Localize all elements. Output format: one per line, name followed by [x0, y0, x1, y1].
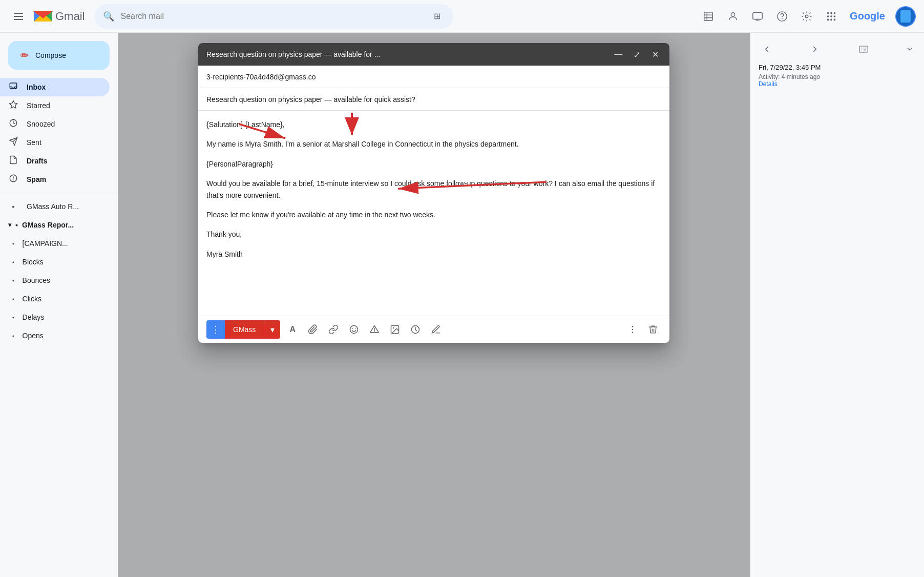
pen-icon: [431, 324, 441, 335]
help-icon[interactable]: [772, 6, 792, 27]
sidebar-item-blocks[interactable]: ▪ Blocks: [4, 253, 110, 271]
clock-icon: [8, 118, 18, 130]
draft-icon: [8, 155, 18, 167]
sidebar-item-label: Delays: [23, 313, 45, 321]
body-line3: Please let me know if you're available a…: [206, 209, 661, 220]
delete-button[interactable]: [645, 321, 661, 338]
gmass-button-group: ⋮ GMass ▾: [206, 320, 280, 339]
contacts-icon[interactable]: [723, 6, 743, 27]
image-button[interactable]: [387, 321, 403, 338]
compose-body[interactable]: {Salutation} {LastName}, My name is Myra…: [198, 111, 669, 316]
sidebar-item-drafts[interactable]: Drafts: [0, 152, 110, 170]
google-logo: Google: [850, 10, 885, 22]
svg-point-48: [374, 331, 375, 332]
svg-point-46: [355, 328, 356, 329]
sidebar-item-label: GMass Repor...: [22, 221, 74, 229]
svg-point-53: [632, 329, 634, 331]
gmass-label: GMass: [233, 325, 256, 334]
maximize-button[interactable]: ⤢: [631, 48, 643, 60]
svg-point-50: [393, 327, 394, 329]
svg-point-54: [632, 332, 634, 334]
sidebar-item-bounces[interactable]: ▪ Bounces: [4, 271, 110, 290]
clock-schedule-icon: [410, 324, 421, 335]
folder-icon: ▪: [8, 202, 18, 211]
sidebar-item-label: Sent: [27, 138, 41, 147]
compose-button[interactable]: ✏ Compose: [8, 41, 110, 70]
more-vertical-icon: [627, 324, 638, 335]
user-avatar[interactable]: [895, 6, 916, 27]
gmass-dropdown-button[interactable]: ▾: [264, 320, 280, 339]
sidebar-item-sent[interactable]: Sent: [0, 133, 110, 152]
svg-rect-55: [859, 46, 868, 52]
sidebar-item-clicks[interactable]: ▪ Clicks: [4, 290, 110, 308]
folder-icon: ▪: [12, 259, 14, 265]
sidebar-item-spam[interactable]: Spam: [0, 170, 110, 189]
compose-modal: Research question on physics paper — ava…: [198, 43, 669, 343]
sidebar-item-snoozed[interactable]: Snoozed: [0, 115, 110, 133]
closing-line: Thank you,: [206, 229, 661, 240]
nav-next-button[interactable]: [807, 41, 823, 57]
to-field[interactable]: 3-recipients-70a4d48d@gmass.co: [198, 66, 669, 88]
schedule-button[interactable]: [407, 321, 424, 338]
link-button[interactable]: [325, 321, 342, 338]
subject-field[interactable]: Research question on physics paper — ava…: [198, 88, 669, 111]
compose-header-actions: — ⤢ ✕: [612, 48, 661, 60]
sidebar-item-label: Starred: [27, 101, 50, 110]
format-text-button[interactable]: A: [284, 321, 301, 338]
sidebar-item-campaign[interactable]: ▪ [CAMPAIGN...: [4, 234, 110, 253]
settings-icon[interactable]: [796, 6, 817, 27]
sidebar-item-starred[interactable]: Starred: [0, 96, 110, 115]
right-panel: Fri, 7/29/22, 3:45 PM Activity: 4 minute…: [750, 33, 924, 577]
folder-icon: ▪: [12, 278, 14, 283]
svg-rect-0: [14, 13, 23, 14]
right-panel-date: Fri, 7/29/22, 3:45 PM: [759, 64, 916, 71]
svg-point-18: [782, 18, 783, 19]
sidebar-gmass-reports-toggle[interactable]: ▾ ▪ GMass Repor...: [0, 216, 110, 234]
apps-icon[interactable]: [821, 6, 842, 27]
svg-point-26: [827, 18, 829, 20]
drive-button[interactable]: [366, 321, 383, 338]
svg-rect-2: [14, 19, 23, 20]
topbar: Gmail 🔍 ⊞ Google: [0, 0, 924, 33]
search-input[interactable]: [120, 12, 423, 21]
dropdown-icon[interactable]: [904, 41, 916, 57]
search-options-icon[interactable]: ⊞: [429, 8, 445, 25]
svg-point-44: [350, 326, 358, 334]
keyboard-icon[interactable]: [855, 41, 872, 57]
sidebar-item-opens[interactable]: ▪ Opens: [4, 326, 110, 345]
nav-prev-button[interactable]: [759, 41, 775, 57]
gmass-send-button[interactable]: GMass: [225, 320, 264, 339]
sidebar-item-label: [CAMPAIGN...: [23, 239, 68, 248]
minimize-button[interactable]: —: [612, 48, 624, 60]
gmass-dots-button[interactable]: ⋮: [206, 320, 225, 339]
star-icon: [8, 100, 18, 112]
trash-icon: [648, 324, 658, 335]
sidebar-item-label: Drafts: [27, 157, 47, 165]
main-layout: ✏ Compose Inbox Starred Snoozed: [0, 33, 924, 577]
pen-button[interactable]: [428, 321, 444, 338]
display-icon[interactable]: [747, 6, 768, 27]
sidebar-item-label: GMass Auto R...: [27, 202, 79, 211]
svg-point-19: [805, 15, 808, 18]
search-bar[interactable]: 🔍 ⊞: [95, 4, 453, 29]
sidebar-item-label: Bounces: [23, 276, 50, 284]
sidebar-item-delays[interactable]: ▪ Delays: [4, 308, 110, 326]
emoji-button[interactable]: [346, 321, 362, 338]
spreadsheet-icon[interactable]: [698, 6, 719, 27]
svg-point-21: [830, 12, 832, 14]
menu-icon[interactable]: [8, 6, 29, 27]
more-options-button[interactable]: [624, 321, 641, 338]
close-button[interactable]: ✕: [649, 48, 661, 60]
sidebar-item-inbox[interactable]: Inbox: [0, 78, 110, 96]
folder-icon: ▪: [12, 333, 14, 339]
svg-point-28: [834, 18, 836, 20]
compose-label: Compose: [35, 51, 66, 59]
sidebar-item-gmass-auto[interactable]: ▪ GMass Auto R...: [0, 197, 110, 216]
svg-rect-32: [10, 83, 17, 89]
svg-rect-14: [753, 12, 762, 19]
svg-point-27: [830, 18, 832, 20]
right-panel-details-link[interactable]: Details: [759, 80, 916, 88]
svg-rect-9: [704, 12, 713, 20]
attach-button[interactable]: [305, 321, 321, 338]
sidebar: ✏ Compose Inbox Starred Snoozed: [0, 33, 118, 577]
